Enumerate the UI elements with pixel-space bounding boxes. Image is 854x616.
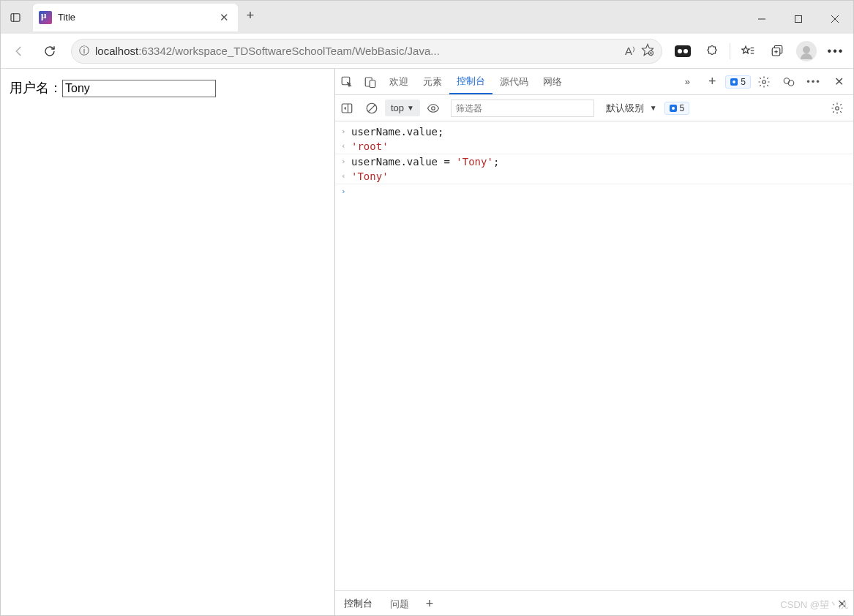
issue-count-2: 5 <box>680 103 685 113</box>
log-level-label: 默认级别 <box>606 102 644 115</box>
close-icon: ✕ <box>834 75 844 89</box>
svg-point-12 <box>683 49 688 53</box>
refresh-button[interactable] <box>36 39 64 64</box>
filter-input[interactable] <box>451 99 594 117</box>
back-button[interactable] <box>5 39 33 64</box>
console-output[interactable]: › userName.value; ‹ 'root' › userName.va… <box>335 121 853 590</box>
chevron-down-icon: ▼ <box>407 104 414 112</box>
page-content: 用户名： <box>1 69 334 616</box>
toolbar-separator <box>730 43 730 59</box>
tab-elements[interactable]: 元素 <box>416 70 449 94</box>
browser-toolbar: ⓘ localhost:63342/workspace_TDSoftwareSc… <box>1 34 853 69</box>
window-controls <box>743 4 853 34</box>
svg-rect-3 <box>795 16 802 23</box>
console-input-row: › userName.value; <box>335 124 853 139</box>
devtools-close-button[interactable]: ✕ <box>827 70 850 94</box>
svg-point-31 <box>836 106 839 110</box>
tab-console[interactable]: 控制台 <box>449 70 492 94</box>
device-toolbar-button[interactable] <box>359 70 382 94</box>
devtools-panel: 欢迎 元素 控制台 源代码 网络 » + 5 ••• ✕ <box>334 69 853 616</box>
page-favicon-icon <box>39 11 52 24</box>
issues-pill-2[interactable]: 5 <box>664 102 690 115</box>
profile-button[interactable] <box>793 39 820 64</box>
eye-icon <box>427 102 440 115</box>
svg-point-23 <box>763 80 766 83</box>
issue-dot-icon <box>670 105 677 112</box>
menu-button[interactable]: ••• <box>823 39 849 64</box>
extension-button[interactable] <box>670 39 696 64</box>
tab-welcome[interactable]: 欢迎 <box>382 70 416 94</box>
sidebar-toggle-button[interactable] <box>335 96 359 121</box>
more-icon: ••• <box>828 45 844 58</box>
clear-console-button[interactable] <box>360 96 383 121</box>
tab-close-button[interactable]: ✕ <box>217 10 232 26</box>
input-marker-icon: › <box>341 126 351 136</box>
console-settings-button[interactable] <box>825 96 849 121</box>
console-result-row: ‹ 'Tony' <box>335 169 853 184</box>
more-tabs-button[interactable]: » <box>675 70 699 94</box>
console-result: 'root' <box>351 140 389 152</box>
devtools-menu-button[interactable]: ••• <box>802 70 825 94</box>
devtools-settings-button[interactable] <box>752 70 776 94</box>
context-selector[interactable]: top▼ <box>385 99 420 116</box>
new-tab-button[interactable]: + <box>238 8 263 26</box>
output-marker-icon: ‹ <box>341 170 351 181</box>
drawer-new-tab-button[interactable]: + <box>418 592 441 617</box>
svg-rect-26 <box>342 104 352 113</box>
username-label: 用户名： <box>10 80 62 95</box>
console-result-row: ‹ 'root' <box>335 139 853 154</box>
refresh-icon <box>43 45 56 58</box>
devtools-feedback-button[interactable] <box>777 70 801 94</box>
svg-marker-13 <box>742 46 750 53</box>
tab-network[interactable]: 网络 <box>536 70 569 94</box>
drawer-tab-console[interactable]: 控制台 <box>335 592 381 617</box>
favorites-button[interactable] <box>735 39 761 64</box>
tab-actions-button[interactable] <box>1 4 30 31</box>
minimize-button[interactable] <box>743 4 780 34</box>
address-bar[interactable]: ⓘ localhost:63342/workspace_TDSoftwareSc… <box>71 39 662 64</box>
gear-icon <box>831 102 844 115</box>
watermark: CSDN @望丶氿 <box>780 598 848 612</box>
close-icon <box>831 15 839 23</box>
extensions-button[interactable] <box>699 39 725 64</box>
svg-rect-22 <box>370 80 375 87</box>
site-info-icon[interactable]: ⓘ <box>79 45 89 58</box>
clear-icon <box>365 102 378 115</box>
devtools-drawer: 控制台 问题 + ✕ <box>335 590 853 616</box>
console-filterbar: top▼ 默认级别▼ 5 <box>335 95 853 121</box>
maximize-icon <box>794 15 803 23</box>
inspect-element-button[interactable] <box>335 70 359 94</box>
url-text: localhost:63342/workspace_TDSoftwareScho… <box>95 45 619 57</box>
username-input[interactable] <box>62 80 216 97</box>
console-code: userName.value; <box>351 126 443 138</box>
console-prompt[interactable] <box>351 186 357 198</box>
feedback-icon <box>782 75 795 89</box>
new-tab-devtools-button[interactable]: + <box>700 70 724 94</box>
live-expression-button[interactable] <box>422 96 445 121</box>
read-aloud-icon[interactable]: A⁾ <box>625 45 635 58</box>
chevron-down-icon: ▼ <box>650 104 657 112</box>
output-marker-icon: ‹ <box>341 140 351 151</box>
maximize-button[interactable] <box>780 4 817 34</box>
minimize-icon <box>757 15 766 23</box>
close-window-button[interactable] <box>817 4 853 34</box>
favorites-star-icon[interactable] <box>641 43 654 59</box>
arrow-left-icon <box>12 45 26 58</box>
tab-strip: Title ✕ + <box>1 1 263 34</box>
window-titlebar: Title ✕ + <box>1 1 853 34</box>
svg-point-30 <box>432 106 435 110</box>
issues-pill[interactable]: 5 <box>725 75 751 89</box>
log-level-selector[interactable]: 默认级别▼ <box>600 99 663 118</box>
devtools-tabs: 欢迎 元素 控制台 源代码 网络 » + 5 ••• ✕ <box>335 69 853 95</box>
collections-button[interactable] <box>764 39 790 64</box>
issue-count: 5 <box>741 77 746 87</box>
tab-title: Title <box>58 12 211 23</box>
console-prompt-row[interactable]: › <box>335 184 853 199</box>
input-marker-icon: › <box>341 156 351 166</box>
sidebar-icon <box>340 102 353 115</box>
context-label: top <box>391 102 404 113</box>
drawer-tab-issues[interactable]: 问题 <box>381 592 418 617</box>
tab-actions-icon <box>9 11 22 24</box>
browser-tab[interactable]: Title ✕ <box>33 4 238 31</box>
tab-sources[interactable]: 源代码 <box>492 70 536 94</box>
